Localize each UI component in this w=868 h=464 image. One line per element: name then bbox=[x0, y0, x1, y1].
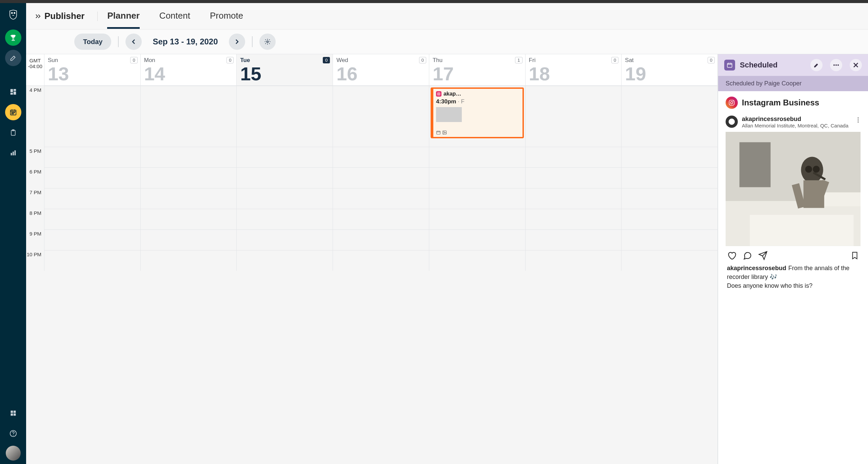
calendar-cell[interactable] bbox=[237, 229, 333, 250]
calendar-cell[interactable]: akap… 4:30pm · F bbox=[429, 86, 526, 147]
calendar-cell[interactable] bbox=[333, 86, 429, 147]
day-header-thu[interactable]: Thu 1 17 bbox=[429, 54, 526, 85]
calendar-cell[interactable] bbox=[526, 147, 622, 167]
analytics-icon bbox=[9, 149, 17, 157]
calendar-cell[interactable] bbox=[622, 229, 717, 250]
day-header-tue[interactable]: Tue 0 15 bbox=[237, 54, 333, 85]
calendar-cell[interactable] bbox=[526, 250, 622, 271]
calendar-cell[interactable] bbox=[333, 250, 429, 271]
calendar-cell[interactable] bbox=[141, 86, 237, 147]
calendar-cell[interactable] bbox=[44, 167, 141, 188]
sidebar-item-assignments[interactable] bbox=[5, 124, 21, 141]
settings-button[interactable] bbox=[259, 34, 276, 50]
calendar-cell[interactable] bbox=[622, 209, 717, 229]
sidebar-item-streams[interactable] bbox=[5, 84, 21, 100]
calendar-cell[interactable] bbox=[333, 167, 429, 188]
calendar-cell[interactable] bbox=[141, 209, 237, 229]
scheduled-event-card[interactable]: akap… 4:30pm · F bbox=[431, 87, 524, 138]
kebab-icon bbox=[857, 117, 859, 123]
day-header-sat[interactable]: Sat 0 19 bbox=[622, 54, 717, 85]
svg-rect-17 bbox=[11, 411, 13, 413]
calendar-cell[interactable] bbox=[622, 86, 717, 147]
calendar-cell[interactable] bbox=[237, 147, 333, 167]
calendar-grid[interactable]: 4 PM akap… 4:30pm · F 5 PM6 PM7 PM8 PM9 … bbox=[26, 86, 717, 464]
calendar-cell[interactable] bbox=[622, 167, 717, 188]
calendar-cell[interactable] bbox=[141, 250, 237, 271]
today-button[interactable]: Today bbox=[74, 34, 111, 50]
calendar-cell[interactable] bbox=[237, 209, 333, 229]
day-headers: GMT -04:00 Sun 0 13 Mon 0 14 Tue bbox=[26, 54, 717, 86]
comment-button[interactable] bbox=[743, 251, 752, 260]
calendar-cell[interactable] bbox=[429, 188, 526, 209]
calendar-cell[interactable] bbox=[333, 229, 429, 250]
prev-week-button[interactable] bbox=[125, 34, 142, 50]
calendar-cell[interactable] bbox=[333, 209, 429, 229]
image-icon bbox=[442, 130, 447, 135]
calendar-cell[interactable] bbox=[333, 188, 429, 209]
day-header-wed[interactable]: Wed 0 16 bbox=[333, 54, 429, 85]
svg-point-22 bbox=[13, 435, 14, 436]
calendar-cell[interactable] bbox=[141, 188, 237, 209]
calendar-icon bbox=[9, 108, 17, 116]
calendar-cell[interactable] bbox=[44, 229, 141, 250]
calendar-cell[interactable] bbox=[622, 188, 717, 209]
tab-planner[interactable]: Planner bbox=[107, 4, 139, 29]
calendar-cell[interactable] bbox=[622, 250, 717, 271]
network-label: Instagram Business bbox=[742, 98, 819, 107]
calendar-cell[interactable] bbox=[526, 188, 622, 209]
tab-content[interactable]: Content bbox=[159, 4, 190, 29]
post-preview: akaprincessrosebud Allan Memorial Instit… bbox=[726, 116, 861, 290]
sidebar-item-apps[interactable] bbox=[5, 405, 21, 421]
sidebar-item-publisher[interactable] bbox=[5, 104, 21, 120]
calendar-cell[interactable] bbox=[429, 167, 526, 188]
calendar-cell[interactable] bbox=[526, 209, 622, 229]
time-label: 10 PM bbox=[26, 250, 44, 271]
calendar-cell[interactable] bbox=[429, 250, 526, 271]
save-button[interactable] bbox=[850, 251, 859, 260]
sidebar-item-analytics[interactable] bbox=[5, 145, 21, 161]
user-avatar[interactable] bbox=[6, 446, 21, 461]
svg-point-35 bbox=[733, 101, 734, 101]
day-header-sun[interactable]: Sun 0 13 bbox=[44, 54, 141, 85]
calendar-cell[interactable] bbox=[44, 188, 141, 209]
calendar-cell[interactable] bbox=[526, 167, 622, 188]
edit-button[interactable] bbox=[810, 59, 823, 71]
compose-icon bbox=[9, 54, 17, 62]
calendar-cell[interactable] bbox=[141, 229, 237, 250]
calendar-cell[interactable] bbox=[429, 147, 526, 167]
calendar-cell[interactable] bbox=[526, 86, 622, 147]
calendar-cell[interactable] bbox=[141, 167, 237, 188]
calendar-cell[interactable] bbox=[44, 209, 141, 229]
calendar-cell[interactable] bbox=[44, 250, 141, 271]
more-button[interactable] bbox=[830, 59, 842, 71]
close-button[interactable] bbox=[850, 59, 862, 71]
calendar-cell[interactable] bbox=[237, 86, 333, 147]
svg-point-23 bbox=[267, 41, 268, 43]
day-header-mon[interactable]: Mon 0 14 bbox=[141, 54, 237, 85]
next-week-button[interactable] bbox=[229, 34, 245, 50]
day-header-fri[interactable]: Fri 0 18 bbox=[526, 54, 622, 85]
calendar-cell[interactable] bbox=[333, 147, 429, 167]
sidebar-item-help[interactable] bbox=[5, 425, 21, 442]
tz-name: GMT bbox=[27, 58, 43, 63]
svg-point-30 bbox=[833, 64, 835, 66]
sidebar-item-compose[interactable] bbox=[5, 50, 21, 66]
calendar-cell[interactable] bbox=[429, 229, 526, 250]
calendar-cell[interactable] bbox=[237, 250, 333, 271]
calendar-cell[interactable] bbox=[44, 147, 141, 167]
calendar-cell[interactable] bbox=[622, 147, 717, 167]
calendar-cell[interactable] bbox=[44, 86, 141, 147]
calendar-cell[interactable] bbox=[237, 188, 333, 209]
expand-sidebar-button[interactable] bbox=[34, 12, 43, 21]
sidebar-item-trophy[interactable] bbox=[5, 29, 21, 46]
calendar-cell[interactable] bbox=[141, 147, 237, 167]
window-top-bar bbox=[0, 0, 868, 3]
calendar-cell[interactable] bbox=[237, 167, 333, 188]
post-menu-button[interactable] bbox=[856, 116, 861, 124]
tab-promote[interactable]: Promote bbox=[210, 4, 243, 29]
share-button[interactable] bbox=[758, 251, 768, 260]
calendar-cell[interactable] bbox=[526, 229, 622, 250]
time-label: 6 PM bbox=[26, 167, 44, 188]
calendar-cell[interactable] bbox=[429, 209, 526, 229]
like-button[interactable] bbox=[727, 251, 736, 260]
